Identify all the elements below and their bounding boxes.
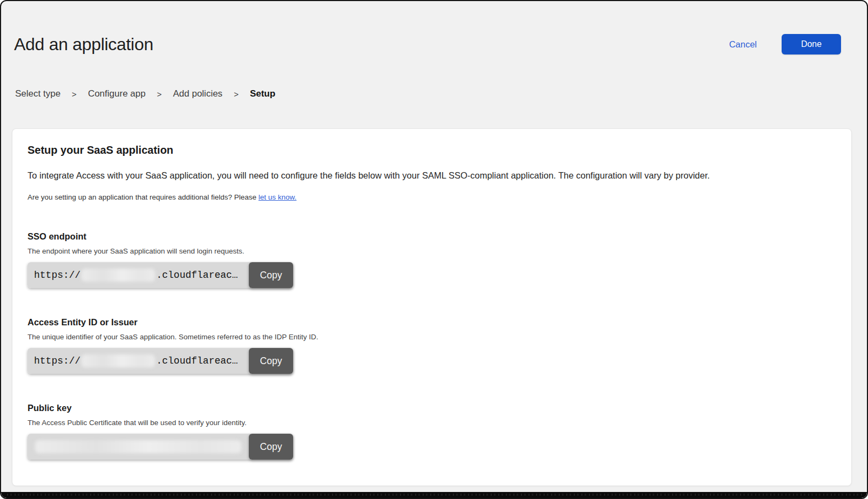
breadcrumb: Select type > Configure app > Add polici… (15, 88, 867, 99)
breadcrumb-separator: > (157, 90, 162, 99)
sso-endpoint-copy-button[interactable]: Copy (249, 262, 293, 288)
breadcrumb-separator: > (234, 90, 239, 99)
page-title: Add an application (14, 32, 153, 56)
breadcrumb-step-add-policies[interactable]: Add policies (173, 88, 222, 99)
public-key-field-group: Copy (28, 434, 293, 460)
section-public-key: Public key The Access Public Certificate… (28, 402, 836, 460)
background-window-edge (1, 492, 867, 498)
public-key-redacted-blur (35, 440, 241, 453)
done-button[interactable]: Done (782, 34, 841, 54)
card-note-text: Are you setting up an application that r… (28, 193, 259, 201)
entity-id-description: The unique identifier of your SaaS appli… (28, 332, 836, 342)
breadcrumb-separator: > (72, 90, 77, 99)
sso-endpoint-field-group: https://.cloudflareac… Copy (28, 262, 293, 288)
page-header: Add an application Cancel Done (1, 1, 867, 56)
entity-id-value[interactable]: https://.cloudflareac… (28, 348, 251, 374)
public-key-copy-button[interactable]: Copy (249, 434, 293, 460)
entity-id-redacted-blur (82, 354, 155, 367)
entity-id-copy-button[interactable]: Copy (249, 348, 293, 374)
entity-id-url-prefix: https:// (34, 356, 80, 366)
entity-id-field-group: https://.cloudflareac… Copy (28, 348, 293, 374)
sso-endpoint-value[interactable]: https://.cloudflareac… (28, 262, 251, 288)
breadcrumb-step-configure-app[interactable]: Configure app (88, 88, 146, 99)
app-window: Add an application Cancel Done Select ty… (0, 0, 868, 499)
sso-endpoint-url-suffix: .cloudflareac… (156, 270, 238, 281)
sso-endpoint-url-prefix: https:// (34, 270, 80, 281)
cancel-button[interactable]: Cancel (729, 39, 757, 50)
entity-id-title: Access Entity ID or Issuer (28, 316, 836, 328)
sso-endpoint-description: The endpoint where your SaaS application… (28, 247, 836, 256)
breadcrumb-step-setup: Setup (250, 88, 275, 99)
public-key-description: The Access Public Certificate that will … (28, 418, 836, 428)
card-intro: To integrate Access with your SaaS appli… (28, 169, 836, 182)
section-sso-endpoint: SSO endpoint The endpoint where your Saa… (28, 230, 836, 288)
card-title: Setup your SaaS application (28, 143, 836, 157)
breadcrumb-step-select-type[interactable]: Select type (15, 88, 60, 99)
public-key-title: Public key (28, 402, 836, 414)
header-actions: Cancel Done (729, 34, 841, 54)
section-entity-id: Access Entity ID or Issuer The unique id… (28, 316, 836, 374)
sso-endpoint-redacted-blur (82, 269, 155, 282)
entity-id-url-suffix: .cloudflareac… (156, 356, 238, 366)
sso-endpoint-title: SSO endpoint (28, 230, 836, 242)
card-note: Are you setting up an application that r… (28, 193, 836, 202)
setup-card: Setup your SaaS application To integrate… (12, 128, 852, 486)
let-us-know-link[interactable]: let us know. (259, 193, 297, 201)
public-key-value[interactable] (28, 434, 251, 460)
